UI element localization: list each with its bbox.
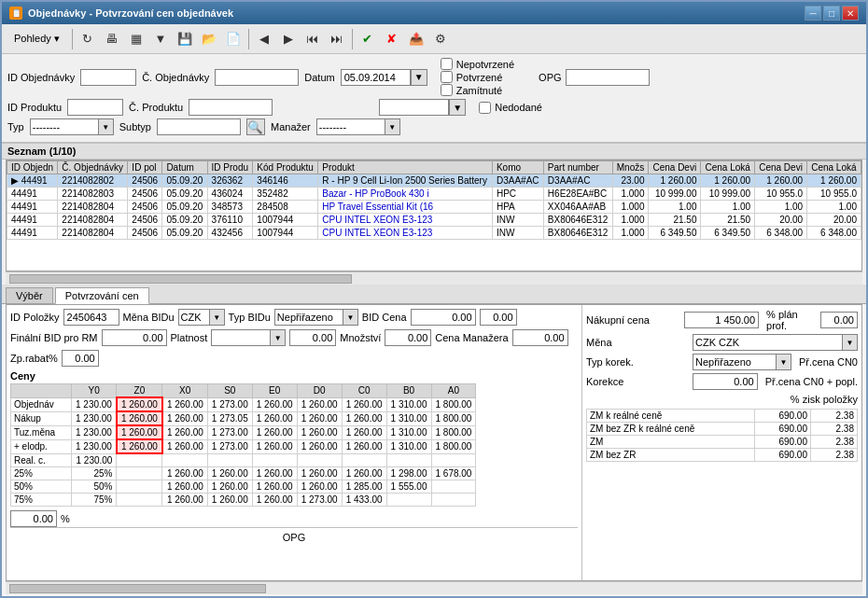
pct-plan-input[interactable] [820,312,858,328]
korekce-label: Korekce [586,376,689,387]
datum-label: Datum [304,72,334,83]
datum-input2[interactable] [379,99,449,116]
list-row[interactable]: ▶ 44491 2214082802 24506 05.09.20 326362… [7,174,861,188]
bottom-scrollbar[interactable] [6,581,862,594]
typ-dropdown-btn[interactable]: ▼ [98,119,113,134]
tb-check-red[interactable]: ✘ [381,28,403,50]
zm-row: ZM 690.00 2.38 [587,436,858,449]
tab-potvrz[interactable]: Potvrzování cen [55,287,149,304]
id-prod-input[interactable] [67,99,123,116]
cena-manazera-input[interactable] [512,329,568,346]
check-nepotvrzen[interactable] [441,58,453,70]
tab-vybr[interactable]: Výběr [6,287,53,303]
app-icon: 📋 [9,7,22,20]
manazer-dropdown-btn[interactable]: ▼ [385,119,399,134]
bid-cena-input[interactable] [411,309,476,326]
typ-bidu-dropdown[interactable]: ▼ [343,310,357,325]
tb-settings[interactable]: ⚙ [429,28,452,50]
col-datum: Datum [162,161,207,174]
pr-cena-cn0-label: Př.cena CN0 [799,356,858,368]
pr-cena-cn0-popl-label: Př.cena CN0 + popl. [765,376,858,387]
col-c0: C0 [342,384,386,398]
list-area: Seznam (1/10) ID Objedn Č. Objednávky ID… [2,143,866,285]
maximize-button[interactable]: □ [823,6,840,21]
col-id-obj: ID Objedn [7,161,58,174]
tb-first[interactable]: ⏮ [301,28,324,50]
price-row: Tuz.měna1 230.001 260.001 260.001 273.00… [11,425,476,439]
check-potvrzeno[interactable] [441,71,453,83]
id-polozky-input[interactable] [63,309,119,326]
tb-refresh[interactable]: ↻ [77,28,99,50]
nakupni-cena-input[interactable] [684,312,759,328]
pct-zisk-label: % zisk položky [791,394,858,405]
list-row[interactable]: 44491 2214082803 24506 05.09.20 436024 3… [7,188,861,201]
finalni-input[interactable] [102,329,167,346]
finalni-label: Finální BID pro RM [10,332,98,343]
mnozstvi-input[interactable] [385,329,431,346]
tb-prev[interactable]: ◀ [253,28,275,50]
datum-dropdown2-btn[interactable]: ▼ [449,99,466,116]
tb-last[interactable]: ⏭ [326,28,348,50]
typ-korek-dropdown[interactable]: ▼ [776,355,791,369]
horizontal-scrollbar[interactable] [6,271,862,285]
mena-value-r: CZK CZK [693,337,842,348]
zm-row: ZM bez ZR 690.00 2.38 [587,449,858,462]
datum-input[interactable] [341,69,411,86]
title-bar: 📋 Objednávky - Potvrzování cen objednáve… [2,2,866,24]
bid-pct-input[interactable] [480,309,517,326]
tb-filter[interactable]: ▦ [125,28,147,50]
tb-check-green[interactable]: ✔ [357,28,379,50]
col-id-pol: ID pol [128,161,162,174]
subtyp-search-btn[interactable]: 🔍 [246,118,265,135]
col-cena-devi2: Cena Devi [755,161,807,174]
platnost-dropdown[interactable]: ▼ [270,330,285,345]
tb-save[interactable]: 💾 [174,28,196,50]
col-e0: E0 [252,384,297,398]
minimize-button[interactable]: ─ [805,6,821,21]
price-row: 50%50%1 260.001 260.001 260.001 260.001 … [11,480,476,493]
opg-input[interactable] [566,69,650,86]
korekce-input[interactable] [693,373,758,390]
tb-next[interactable]: ▶ [277,28,300,50]
typ-bidu-label: Typ BIDu [229,312,271,323]
check-nedodane[interactable] [479,102,491,114]
list-row[interactable]: 44491 2214082804 24506 05.09.20 376110 1… [7,214,861,227]
tb-funnel[interactable]: ▼ [149,28,172,50]
subtyp-label: Subtyp [119,121,151,132]
mena-bidu-dropdown[interactable]: ▼ [209,310,224,325]
toolbar: Pohledy ▾ ↻ 🖶 ▦ ▼ 💾 📂 📄 ◀ ▶ ⏮ ⏭ ✔ ✘ 📤 ⚙ [2,24,866,54]
check-potvrzeno-label: Potvrzené [456,72,503,83]
datum-dropdown-btn[interactable]: ▼ [411,69,427,86]
pohledy-menu[interactable]: Pohledy ▾ [6,29,68,49]
list-row[interactable]: 44491 2214082804 24506 05.09.20 432456 1… [7,227,861,240]
id-obj-input[interactable] [80,69,136,86]
price-row: + elodp.1 230.001 260.001 260.001 273.00… [11,439,476,453]
tab-bar: Výběr Potvrzování cen [2,285,866,304]
list-grid[interactable]: ID Objedn Č. Objednávky ID pol Datum ID … [6,160,862,271]
close-button[interactable]: ✕ [842,6,859,21]
window-controls: ─ □ ✕ [805,6,859,21]
separator-3 [352,29,353,49]
tb-doc[interactable]: 📄 [222,28,245,50]
col-c-obj: Č. Objednávky [58,161,128,174]
separator-2 [248,29,249,49]
subtyp-input[interactable] [157,118,241,135]
c-prod-input[interactable] [189,99,273,116]
zm-row: ZM bez ZR k reálné ceně 690.00 2.38 [587,423,858,436]
separator-1 [72,29,73,49]
list-table: ID Objedn Č. Objednávky ID pol Datum ID … [7,160,861,240]
check-zamitnuto[interactable] [441,84,453,96]
cena-manazera-label: Cena Manažera [435,332,508,343]
zp-rabat-input[interactable] [62,350,99,367]
pct-input[interactable] [10,510,57,527]
tb-print[interactable]: 🖶 [101,28,123,50]
tb-export[interactable]: 📤 [405,28,427,50]
platnost2-input[interactable] [289,329,336,346]
list-row[interactable]: 44491 2214082804 24506 05.09.20 348573 2… [7,201,861,214]
mena-dropdown-r[interactable]: ▼ [842,335,857,350]
check-nepotvrzen-label: Nepotvrzené [456,59,514,70]
col-b0: B0 [386,384,431,398]
tb-open[interactable]: 📂 [198,28,220,50]
c-obj-input[interactable] [215,69,299,86]
c-obj-label: Č. Objednávky [142,72,209,83]
